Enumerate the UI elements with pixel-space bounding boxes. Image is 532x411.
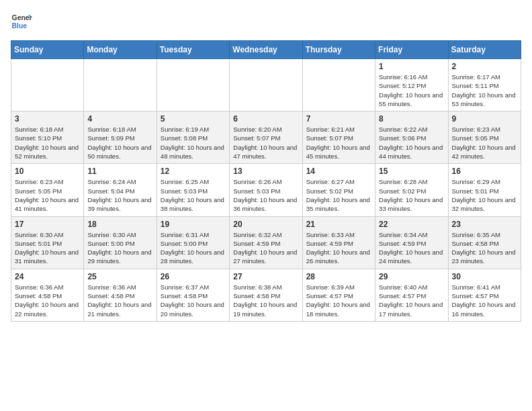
svg-text:Blue: Blue	[12, 22, 28, 30]
calendar-body: 1Sunrise: 6:16 AM Sunset: 5:12 PM Daylig…	[11, 59, 521, 322]
calendar-cell: 6Sunrise: 6:20 AM Sunset: 5:07 PM Daylig…	[230, 111, 302, 164]
day-number: 29	[379, 272, 444, 281]
day-info: Sunrise: 6:36 AM Sunset: 4:58 PM Dayligh…	[15, 283, 80, 318]
day-number: 26	[161, 272, 226, 281]
day-info: Sunrise: 6:17 AM Sunset: 5:11 PM Dayligh…	[452, 73, 517, 108]
day-info: Sunrise: 6:28 AM Sunset: 5:02 PM Dayligh…	[379, 177, 444, 213]
calendar-cell	[84, 59, 157, 111]
calendar-week-row: 3Sunrise: 6:18 AM Sunset: 5:10 PM Daylig…	[11, 111, 521, 164]
day-info: Sunrise: 6:16 AM Sunset: 5:12 PM Dayligh…	[379, 73, 444, 108]
calendar-cell: 22Sunrise: 6:34 AM Sunset: 4:59 PM Dayli…	[375, 216, 448, 269]
weekday-label: Wednesday	[230, 41, 302, 59]
calendar-week-row: 24Sunrise: 6:36 AM Sunset: 4:58 PM Dayli…	[11, 269, 521, 321]
logo: General Blue	[11, 11, 35, 32]
page-header: General Blue	[11, 11, 521, 32]
day-info: Sunrise: 6:23 AM Sunset: 5:05 PM Dayligh…	[452, 125, 517, 161]
day-info: Sunrise: 6:41 AM Sunset: 4:57 PM Dayligh…	[452, 283, 517, 318]
calendar-cell	[230, 59, 302, 111]
weekday-label: Tuesday	[157, 41, 229, 59]
calendar-cell	[11, 59, 84, 111]
day-number: 24	[15, 272, 80, 281]
calendar-cell: 30Sunrise: 6:41 AM Sunset: 4:57 PM Dayli…	[448, 269, 521, 321]
calendar-cell: 7Sunrise: 6:21 AM Sunset: 5:07 PM Daylig…	[302, 111, 375, 164]
day-info: Sunrise: 6:27 AM Sunset: 5:02 PM Dayligh…	[306, 177, 371, 213]
calendar-cell: 23Sunrise: 6:35 AM Sunset: 4:58 PM Dayli…	[448, 216, 521, 269]
calendar-cell: 19Sunrise: 6:31 AM Sunset: 5:00 PM Dayli…	[157, 216, 229, 269]
day-info: Sunrise: 6:20 AM Sunset: 5:07 PM Dayligh…	[233, 125, 298, 161]
calendar-table: SundayMondayTuesdayWednesdayThursdayFrid…	[11, 40, 521, 322]
day-number: 16	[452, 167, 517, 176]
day-number: 25	[87, 272, 152, 281]
day-info: Sunrise: 6:26 AM Sunset: 5:03 PM Dayligh…	[233, 177, 298, 213]
calendar-cell: 2Sunrise: 6:17 AM Sunset: 5:11 PM Daylig…	[448, 59, 521, 111]
day-number: 1	[379, 62, 444, 71]
day-number: 30	[452, 272, 517, 281]
day-number: 2	[452, 62, 517, 71]
day-info: Sunrise: 6:24 AM Sunset: 5:04 PM Dayligh…	[87, 177, 152, 213]
calendar-cell: 5Sunrise: 6:19 AM Sunset: 5:08 PM Daylig…	[157, 111, 229, 164]
day-number: 18	[87, 220, 152, 229]
calendar-cell: 28Sunrise: 6:39 AM Sunset: 4:57 PM Dayli…	[302, 269, 375, 321]
calendar-cell: 14Sunrise: 6:27 AM Sunset: 5:02 PM Dayli…	[302, 164, 375, 216]
calendar-cell: 27Sunrise: 6:38 AM Sunset: 4:58 PM Dayli…	[230, 269, 302, 321]
calendar-cell: 10Sunrise: 6:23 AM Sunset: 5:05 PM Dayli…	[11, 164, 84, 216]
weekday-label: Sunday	[11, 41, 84, 59]
day-number: 14	[306, 167, 371, 176]
day-info: Sunrise: 6:30 AM Sunset: 5:00 PM Dayligh…	[87, 230, 152, 266]
day-number: 15	[379, 167, 444, 176]
day-info: Sunrise: 6:31 AM Sunset: 5:00 PM Dayligh…	[161, 230, 226, 266]
day-number: 27	[233, 272, 298, 281]
logo-icon: General Blue	[11, 11, 32, 32]
day-info: Sunrise: 6:36 AM Sunset: 4:58 PM Dayligh…	[87, 283, 152, 318]
calendar-cell	[157, 59, 229, 111]
calendar-cell: 20Sunrise: 6:32 AM Sunset: 4:59 PM Dayli…	[230, 216, 302, 269]
day-info: Sunrise: 6:18 AM Sunset: 5:09 PM Dayligh…	[87, 125, 152, 161]
weekday-label: Monday	[84, 41, 157, 59]
day-number: 3	[15, 114, 80, 124]
weekday-label: Saturday	[448, 41, 521, 59]
day-number: 6	[233, 114, 298, 124]
calendar-cell: 12Sunrise: 6:25 AM Sunset: 5:03 PM Dayli…	[157, 164, 229, 216]
day-number: 12	[161, 167, 226, 176]
calendar-cell: 24Sunrise: 6:36 AM Sunset: 4:58 PM Dayli…	[11, 269, 84, 321]
day-info: Sunrise: 6:23 AM Sunset: 5:05 PM Dayligh…	[15, 177, 80, 213]
calendar-cell: 21Sunrise: 6:33 AM Sunset: 4:59 PM Dayli…	[302, 216, 375, 269]
weekday-header-row: SundayMondayTuesdayWednesdayThursdayFrid…	[11, 41, 521, 59]
calendar-cell: 17Sunrise: 6:30 AM Sunset: 5:01 PM Dayli…	[11, 216, 84, 269]
day-number: 10	[15, 167, 80, 176]
calendar-cell: 18Sunrise: 6:30 AM Sunset: 5:00 PM Dayli…	[84, 216, 157, 269]
calendar-cell: 26Sunrise: 6:37 AM Sunset: 4:58 PM Dayli…	[157, 269, 229, 321]
calendar-week-row: 17Sunrise: 6:30 AM Sunset: 5:01 PM Dayli…	[11, 216, 521, 269]
calendar-cell: 8Sunrise: 6:22 AM Sunset: 5:06 PM Daylig…	[375, 111, 448, 164]
calendar-week-row: 1Sunrise: 6:16 AM Sunset: 5:12 PM Daylig…	[11, 59, 521, 111]
weekday-label: Friday	[375, 41, 448, 59]
day-info: Sunrise: 6:34 AM Sunset: 4:59 PM Dayligh…	[379, 230, 444, 266]
day-number: 13	[233, 167, 298, 176]
calendar-cell: 29Sunrise: 6:40 AM Sunset: 4:57 PM Dayli…	[375, 269, 448, 321]
day-info: Sunrise: 6:32 AM Sunset: 4:59 PM Dayligh…	[233, 230, 298, 266]
calendar-cell: 25Sunrise: 6:36 AM Sunset: 4:58 PM Dayli…	[84, 269, 157, 321]
day-number: 22	[379, 220, 444, 229]
day-number: 9	[452, 114, 517, 124]
calendar-cell: 16Sunrise: 6:29 AM Sunset: 5:01 PM Dayli…	[448, 164, 521, 216]
day-info: Sunrise: 6:35 AM Sunset: 4:58 PM Dayligh…	[452, 230, 517, 266]
day-info: Sunrise: 6:39 AM Sunset: 4:57 PM Dayligh…	[306, 283, 371, 318]
day-info: Sunrise: 6:25 AM Sunset: 5:03 PM Dayligh…	[161, 177, 226, 213]
day-number: 20	[233, 220, 298, 229]
day-number: 19	[161, 220, 226, 229]
calendar-cell: 13Sunrise: 6:26 AM Sunset: 5:03 PM Dayli…	[230, 164, 302, 216]
day-number: 17	[15, 220, 80, 229]
day-number: 11	[87, 167, 152, 176]
day-number: 4	[87, 114, 152, 124]
day-number: 5	[161, 114, 226, 124]
calendar-cell: 1Sunrise: 6:16 AM Sunset: 5:12 PM Daylig…	[375, 59, 448, 111]
day-number: 8	[379, 114, 444, 124]
calendar-week-row: 10Sunrise: 6:23 AM Sunset: 5:05 PM Dayli…	[11, 164, 521, 216]
day-number: 21	[306, 220, 371, 229]
weekday-label: Thursday	[302, 41, 375, 59]
calendar-cell	[302, 59, 375, 111]
day-info: Sunrise: 6:18 AM Sunset: 5:10 PM Dayligh…	[15, 125, 80, 161]
calendar-cell: 4Sunrise: 6:18 AM Sunset: 5:09 PM Daylig…	[84, 111, 157, 164]
calendar-cell: 3Sunrise: 6:18 AM Sunset: 5:10 PM Daylig…	[11, 111, 84, 164]
calendar-cell: 11Sunrise: 6:24 AM Sunset: 5:04 PM Dayli…	[84, 164, 157, 216]
